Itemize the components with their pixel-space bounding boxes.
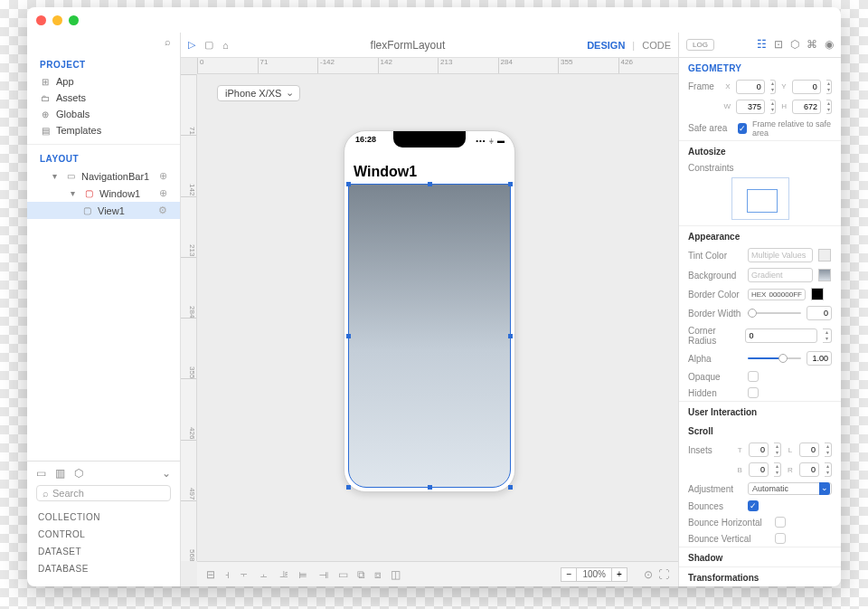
frame-y-input[interactable] xyxy=(792,80,821,94)
inspector-tab-layout-icon[interactable]: ⊡ xyxy=(774,38,783,51)
resize-handle[interactable] xyxy=(508,182,513,186)
safe-area-checkbox[interactable]: ✓ xyxy=(738,123,747,134)
zoom-in-button[interactable]: + xyxy=(611,567,627,582)
frame-x-input[interactable] xyxy=(736,80,765,94)
resize-handle[interactable] xyxy=(508,334,513,338)
color-swatch[interactable] xyxy=(818,269,831,281)
section-appearance: Appearance xyxy=(679,225,841,245)
tint-color-input[interactable] xyxy=(748,248,813,262)
inset-t-input[interactable] xyxy=(749,442,769,457)
chevron-down-icon[interactable]: ⌄ xyxy=(162,467,171,480)
archive-icon[interactable]: ⌂ xyxy=(222,40,229,51)
inspector-tab-view-icon[interactable]: ◉ xyxy=(825,38,834,51)
add-icon[interactable]: ⊕ xyxy=(159,170,167,182)
minimize-icon[interactable] xyxy=(52,15,62,25)
bounce-vertical-checkbox[interactable] xyxy=(775,533,786,544)
border-width-input[interactable] xyxy=(807,306,832,320)
align-icon[interactable]: ⫞ xyxy=(224,568,230,581)
stepper[interactable]: ▴▾ xyxy=(770,100,776,114)
stepper[interactable]: ▴▾ xyxy=(823,328,832,343)
zoom-icon[interactable] xyxy=(69,15,79,25)
stepper[interactable]: ▴▾ xyxy=(774,462,781,477)
resize-handle[interactable] xyxy=(428,485,432,490)
category-collection[interactable]: COLLECTION xyxy=(36,509,171,526)
stepper[interactable]: ▴▾ xyxy=(825,442,832,457)
category-control[interactable]: CONTROL xyxy=(36,526,171,543)
stack-icon[interactable]: ▭ xyxy=(338,568,348,581)
corner-radius-input[interactable] xyxy=(745,328,817,343)
stepper[interactable]: ▴▾ xyxy=(774,442,781,457)
sidebar-item-globals[interactable]: ⊕Globals xyxy=(27,106,180,122)
resize-handle[interactable] xyxy=(346,485,351,490)
close-icon[interactable] xyxy=(36,15,46,25)
selected-view[interactable] xyxy=(348,184,511,488)
color-swatch[interactable] xyxy=(811,288,824,300)
canvas[interactable]: 071-142142213284355426 71142213284355426… xyxy=(181,58,678,586)
stepper[interactable]: ▴▾ xyxy=(826,80,832,94)
library-search[interactable]: ⌕Search xyxy=(36,485,171,501)
align-icon[interactable]: ⫟ xyxy=(239,568,250,581)
log-button[interactable]: LOG xyxy=(686,39,714,51)
align-icon[interactable]: ⫠ xyxy=(259,568,269,581)
zoom-out-button[interactable]: − xyxy=(561,567,577,582)
tab-design[interactable]: DESIGN xyxy=(587,40,625,51)
library-tab-layout-icon[interactable]: ▥ xyxy=(55,467,65,480)
stack-icon[interactable]: ◫ xyxy=(391,568,401,581)
alpha-input[interactable] xyxy=(807,351,832,366)
hidden-checkbox[interactable] xyxy=(748,387,759,398)
inset-r-input[interactable] xyxy=(799,462,819,477)
inspector-tab-link-icon[interactable]: ⌘ xyxy=(807,38,817,51)
library-tab-device-icon[interactable]: ▭ xyxy=(36,467,46,480)
expand-icon[interactable]: ⛶ xyxy=(658,568,669,581)
border-width-slider[interactable] xyxy=(748,312,801,314)
align-icon[interactable]: ⫣ xyxy=(318,568,329,581)
color-swatch[interactable] xyxy=(818,249,831,262)
gear-icon[interactable]: ⚙ xyxy=(158,205,167,216)
stepper[interactable]: ▴▾ xyxy=(826,100,832,114)
alpha-slider[interactable] xyxy=(748,357,801,359)
disclosure-icon[interactable]: ▾ xyxy=(49,171,60,182)
align-icon[interactable]: ⫡ xyxy=(278,568,289,581)
align-icon[interactable]: ⫢ xyxy=(298,568,309,581)
frame-w-input[interactable] xyxy=(736,100,765,114)
device-icon[interactable]: ▢ xyxy=(204,39,213,51)
resize-handle[interactable] xyxy=(346,182,351,186)
tree-item-view[interactable]: ▢View1⚙ xyxy=(27,202,180,219)
add-icon[interactable]: ⊕ xyxy=(159,187,167,199)
device-preview[interactable]: 16:28 ••• ⏚ ▬ Window1 xyxy=(344,130,515,492)
sidebar-item-app[interactable]: ⊞App xyxy=(27,73,180,90)
sidebar-item-templates[interactable]: ▤Templates xyxy=(27,122,180,138)
device-selector[interactable]: iPhone X/XS xyxy=(217,85,300,101)
background-input[interactable] xyxy=(748,268,813,282)
inset-l-input[interactable] xyxy=(799,442,819,457)
play-icon[interactable]: ▷ xyxy=(188,39,195,51)
search-icon[interactable]: ⌕ xyxy=(165,36,171,47)
library-tab-3d-icon[interactable]: ⬡ xyxy=(74,467,83,480)
category-database[interactable]: DATABASE xyxy=(36,560,171,577)
disclosure-icon[interactable]: ▾ xyxy=(67,188,78,199)
category-dataset[interactable]: DATASET xyxy=(36,543,171,560)
stepper[interactable]: ▴▾ xyxy=(825,462,832,477)
adjustment-select[interactable]: Automatic xyxy=(748,482,832,495)
tree-item-navigationbar[interactable]: ▾▭NavigationBar1⊕ xyxy=(27,167,180,185)
border-color-input[interactable]: HEX000000FF xyxy=(748,289,806,300)
opaque-checkbox[interactable] xyxy=(748,371,759,382)
inset-b-input[interactable] xyxy=(749,462,769,477)
constraints-editor[interactable] xyxy=(731,177,789,220)
bounce-horizontal-checkbox[interactable] xyxy=(775,517,786,528)
stepper[interactable]: ▴▾ xyxy=(770,80,776,94)
fit-icon[interactable]: ⊙ xyxy=(644,568,653,581)
resize-handle[interactable] xyxy=(346,334,351,338)
tree-item-window[interactable]: ▾▢Window1⊕ xyxy=(27,185,180,202)
align-icon[interactable]: ⊟ xyxy=(206,568,215,581)
inspector-tab-geometry-icon[interactable]: ⬡ xyxy=(790,38,799,51)
inspector-tab-attributes-icon[interactable]: ☷ xyxy=(757,38,767,51)
bounces-checkbox[interactable]: ✓ xyxy=(748,500,759,511)
stack-icon[interactable]: ⧈ xyxy=(374,568,382,581)
resize-handle[interactable] xyxy=(508,485,513,490)
stack-icon[interactable]: ⧉ xyxy=(357,568,365,581)
frame-h-input[interactable] xyxy=(792,100,821,114)
sidebar-item-assets[interactable]: 🗀Assets xyxy=(27,90,180,106)
tab-code[interactable]: CODE xyxy=(642,40,671,51)
resize-handle[interactable] xyxy=(428,182,432,186)
